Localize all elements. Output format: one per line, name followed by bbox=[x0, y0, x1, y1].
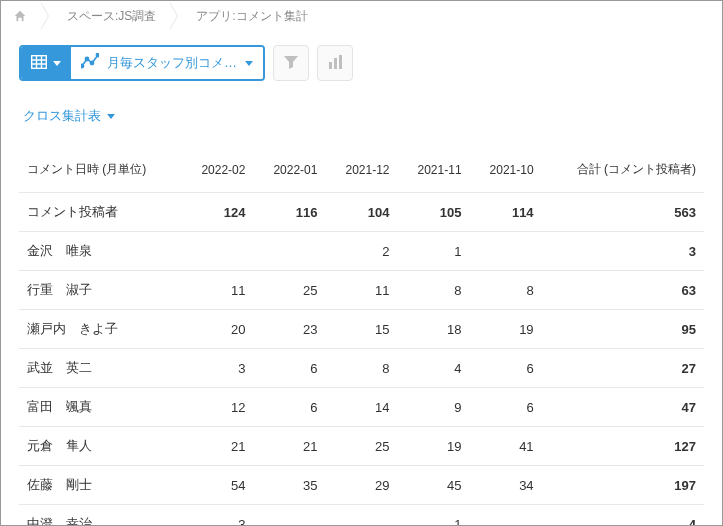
svg-rect-9 bbox=[329, 62, 332, 69]
cell: 3 bbox=[181, 349, 253, 388]
row-total: 197 bbox=[542, 466, 704, 505]
row-label: 元倉 隼人 bbox=[19, 427, 181, 466]
row-label: 武並 英二 bbox=[19, 349, 181, 388]
breadcrumb: スペース: JS調査 アプリ: コメント集計 bbox=[1, 1, 722, 31]
table-row: 金沢 唯泉213 bbox=[19, 232, 704, 271]
cell: 4 bbox=[398, 349, 470, 388]
table-row: 佐藤 剛士5435294534197 bbox=[19, 466, 704, 505]
table-icon bbox=[31, 55, 47, 72]
cell: 21 bbox=[253, 427, 325, 466]
cell: 6 bbox=[470, 349, 542, 388]
col-header-total: 合計 (コメント投稿者) bbox=[542, 147, 704, 193]
chart-button[interactable] bbox=[317, 45, 353, 81]
breadcrumb-space-name: JS調査 bbox=[118, 8, 156, 25]
caret-down-icon bbox=[107, 114, 115, 119]
crosstab-row: クロス集計表 bbox=[1, 89, 722, 131]
row-total: 4 bbox=[542, 505, 704, 526]
view-selector: 月毎スタッフ別コメ… bbox=[19, 45, 265, 81]
cell: 15 bbox=[325, 310, 397, 349]
cell: 105 bbox=[398, 193, 470, 232]
toolbar: 月毎スタッフ別コメ… bbox=[1, 31, 722, 89]
table-row: 武並 英二3684627 bbox=[19, 349, 704, 388]
caret-down-icon bbox=[245, 61, 253, 66]
row-total: 3 bbox=[542, 232, 704, 271]
cell: 12 bbox=[181, 388, 253, 427]
row-total: 563 bbox=[542, 193, 704, 232]
cell: 29 bbox=[325, 466, 397, 505]
cell: 41 bbox=[470, 427, 542, 466]
breadcrumb-space-prefix: スペース: bbox=[67, 8, 118, 25]
row-total: 127 bbox=[542, 427, 704, 466]
home-icon bbox=[13, 9, 27, 23]
cell: 124 bbox=[181, 193, 253, 232]
crosstab-dropdown[interactable]: クロス集計表 bbox=[23, 107, 115, 125]
svg-rect-11 bbox=[339, 55, 342, 69]
table-row: 元倉 隼人2121251941127 bbox=[19, 427, 704, 466]
cell bbox=[470, 232, 542, 271]
breadcrumb-app-name: コメント集計 bbox=[236, 8, 308, 25]
cell: 8 bbox=[398, 271, 470, 310]
table-row: 行重 淑子1125118863 bbox=[19, 271, 704, 310]
cell: 1 bbox=[398, 232, 470, 271]
table-row: 富田 颯真126149647 bbox=[19, 388, 704, 427]
cell bbox=[325, 505, 397, 526]
cell bbox=[253, 505, 325, 526]
cell bbox=[181, 232, 253, 271]
cell: 14 bbox=[325, 388, 397, 427]
cell bbox=[470, 505, 542, 526]
col-header: 2021-10 bbox=[470, 147, 542, 193]
row-label: 佐藤 剛士 bbox=[19, 466, 181, 505]
row-label: 富田 颯真 bbox=[19, 388, 181, 427]
cell: 6 bbox=[253, 349, 325, 388]
cell: 19 bbox=[398, 427, 470, 466]
cell: 11 bbox=[325, 271, 397, 310]
crosstab-table: コメント日時 (月単位)2022-022022-012021-122021-11… bbox=[19, 147, 704, 525]
cell: 104 bbox=[325, 193, 397, 232]
cell: 114 bbox=[470, 193, 542, 232]
col-header: 2022-01 bbox=[253, 147, 325, 193]
crosstab-label: クロス集計表 bbox=[23, 107, 101, 125]
svg-rect-0 bbox=[32, 55, 47, 68]
funnel-icon bbox=[283, 54, 299, 73]
cell: 1 bbox=[398, 505, 470, 526]
table-row: 中澄 幸治314 bbox=[19, 505, 704, 526]
caret-down-icon bbox=[53, 61, 61, 66]
bar-chart-icon bbox=[327, 54, 343, 73]
row-label: 瀬戸内 きよ子 bbox=[19, 310, 181, 349]
crosstab-table-wrap: コメント日時 (月単位)2022-022022-012021-122021-11… bbox=[1, 131, 722, 525]
cell: 116 bbox=[253, 193, 325, 232]
cell: 6 bbox=[253, 388, 325, 427]
col-header-row-label: コメント日時 (月単位) bbox=[19, 147, 181, 193]
col-header: 2021-12 bbox=[325, 147, 397, 193]
cell: 35 bbox=[253, 466, 325, 505]
view-type-button[interactable] bbox=[21, 47, 71, 79]
cell: 20 bbox=[181, 310, 253, 349]
row-label: 中澄 幸治 bbox=[19, 505, 181, 526]
row-label: 行重 淑子 bbox=[19, 271, 181, 310]
breadcrumb-home[interactable] bbox=[7, 2, 41, 30]
row-total: 63 bbox=[542, 271, 704, 310]
filter-button[interactable] bbox=[273, 45, 309, 81]
breadcrumb-app-prefix: アプリ: bbox=[196, 8, 235, 25]
cell: 25 bbox=[325, 427, 397, 466]
col-header: 2021-11 bbox=[398, 147, 470, 193]
breadcrumb-space[interactable]: スペース: JS調査 bbox=[49, 2, 170, 30]
cell: 23 bbox=[253, 310, 325, 349]
svg-point-8 bbox=[96, 53, 99, 56]
table-row: 瀬戸内 きよ子202315181995 bbox=[19, 310, 704, 349]
cell: 21 bbox=[181, 427, 253, 466]
svg-point-5 bbox=[81, 64, 84, 67]
cell: 45 bbox=[398, 466, 470, 505]
cell: 3 bbox=[181, 505, 253, 526]
svg-point-6 bbox=[85, 57, 88, 60]
cell: 2 bbox=[325, 232, 397, 271]
row-total: 47 bbox=[542, 388, 704, 427]
cell: 11 bbox=[181, 271, 253, 310]
breadcrumb-app[interactable]: アプリ: コメント集計 bbox=[178, 2, 321, 30]
cell: 19 bbox=[470, 310, 542, 349]
graph-icon bbox=[81, 53, 99, 74]
cell: 8 bbox=[325, 349, 397, 388]
col-header: 2022-02 bbox=[181, 147, 253, 193]
row-total: 27 bbox=[542, 349, 704, 388]
view-name-dropdown[interactable]: 月毎スタッフ別コメ… bbox=[71, 47, 263, 79]
